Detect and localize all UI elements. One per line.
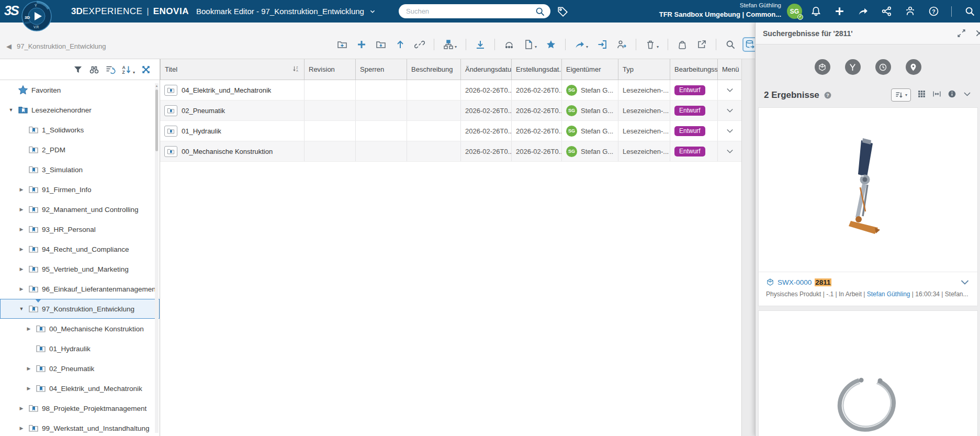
expander-caret-icon[interactable]	[7, 107, 15, 113]
move-up-button[interactable]	[394, 38, 407, 51]
share-network-icon[interactable]	[881, 6, 892, 17]
fit-width-button[interactable]	[932, 90, 941, 100]
table-row[interactable]: 04_Elektrik_und_Mechatronik 2026-02-26T0…	[160, 80, 741, 100]
create-bookmark-button[interactable]	[355, 38, 368, 51]
table-row[interactable]: 01_Hydraulik 2026-02-26T0... 2026-02-26T…	[160, 121, 741, 141]
reassign-owner-button[interactable]	[615, 38, 628, 51]
dropdown-caret-icon[interactable]: ▾	[657, 44, 659, 50]
dropdown-caret-icon[interactable]: ▾	[455, 44, 457, 50]
help-icon[interactable]	[928, 6, 939, 17]
collapse-results-icon[interactable]	[963, 90, 972, 100]
expander-caret-icon[interactable]	[18, 187, 25, 192]
refresh-list-button[interactable]	[105, 64, 116, 75]
tree-item[interactable]: Lesezeichenordner	[0, 100, 160, 120]
result-card[interactable]	[758, 310, 978, 436]
app-title[interactable]: Bookmark Editor - 97_Konstruktion_Entwic…	[196, 7, 364, 16]
filter-location-button[interactable]	[906, 59, 921, 75]
tree-item[interactable]: 98_Projekte_Projektmanagement	[0, 398, 160, 418]
share-icon[interactable]	[857, 6, 869, 17]
sort-az-button[interactable]: ▾	[121, 64, 135, 75]
dropdown-caret-icon[interactable]: ▾	[535, 44, 537, 50]
table-row[interactable]: 00_Mechanische Konstruktion 2026-02-26T0…	[160, 141, 741, 162]
column-header[interactable]: Bearbeitungss..	[670, 59, 717, 80]
search-table-button[interactable]	[724, 38, 737, 51]
tree-scrollbar[interactable]: ▲	[155, 83, 159, 433]
table-row[interactable]: 02_Pneumatik 2026-02-26T0... 2026-02-26T…	[160, 100, 741, 121]
filter-button[interactable]	[73, 64, 83, 75]
tree-item[interactable]: Favoriten	[0, 80, 160, 100]
tree-item[interactable]: 99_Werkstatt_und_Instandhaltung	[0, 418, 160, 436]
column-header[interactable]: Titel	[160, 59, 304, 80]
column-header[interactable]: Typ	[618, 59, 670, 80]
3dexperience-compass-icon[interactable]: 3D V.R Ÿ	[21, 1, 52, 32]
tree-item[interactable]: 04_Elektrik_und_Mechatronik	[0, 378, 160, 398]
sort-desc-icon[interactable]	[292, 65, 300, 74]
app-title-caret-icon[interactable]	[369, 8, 376, 15]
result-id-highlight[interactable]: 2811	[815, 278, 831, 286]
column-header[interactable]: Änderungsdatum	[460, 59, 511, 80]
title-cell[interactable]: 02_Pneumatik	[160, 100, 304, 120]
column-header[interactable]: Menü	[717, 59, 741, 80]
delete-button[interactable]: ▾	[644, 38, 660, 51]
tree-item[interactable]: 01_Hydraulik	[0, 339, 160, 359]
tree-item[interactable]: 3_Simulation	[0, 160, 160, 180]
expander-caret-icon[interactable]	[25, 386, 32, 391]
expander-caret-icon[interactable]	[18, 406, 25, 411]
column-header[interactable]: Eigentümer	[561, 59, 618, 80]
filter-3d-shape-button[interactable]	[815, 59, 830, 75]
tree-item[interactable]: 93_HR_Personal	[0, 219, 160, 239]
expander-caret-icon[interactable]	[18, 207, 25, 212]
dropdown-caret-icon[interactable]: ▾	[586, 44, 588, 50]
export-button[interactable]	[596, 38, 609, 51]
tree-item[interactable]: 91_Firmen_Info	[0, 180, 160, 199]
collapse-all-button[interactable]	[141, 64, 151, 75]
download-button[interactable]	[474, 38, 487, 51]
row-menu-button[interactable]	[717, 80, 741, 100]
notifications-icon[interactable]	[810, 6, 821, 17]
help-icon[interactable]	[824, 91, 832, 99]
global-search-input[interactable]	[406, 7, 535, 15]
filter-classification-button[interactable]	[845, 59, 861, 75]
automation-button[interactable]	[503, 38, 515, 51]
title-cell[interactable]: 00_Mechanische Konstruktion	[160, 141, 304, 161]
breadcrumb-label[interactable]: 97_Konstruktion_Entwicklung	[17, 42, 106, 50]
expander-caret-icon[interactable]	[18, 227, 25, 232]
expander-caret-icon[interactable]	[18, 266, 25, 272]
expand-panel-icon[interactable]	[957, 29, 966, 38]
filter-recent-button[interactable]	[875, 59, 891, 75]
scrollbar-thumb[interactable]	[155, 90, 158, 151]
result-owner-link[interactable]: Stefan Güthling	[867, 290, 910, 298]
bookmark-folder-button[interactable]	[375, 38, 387, 51]
row-menu-button[interactable]	[717, 121, 741, 141]
back-arrow-icon[interactable]: ◀	[6, 42, 12, 50]
user-block[interactable]: Stefan Güthling TFR Sandbox Umgebung | C…	[659, 2, 781, 19]
search-icon[interactable]	[535, 6, 545, 17]
result-thumbnail-prosthetic-leg[interactable]	[759, 108, 977, 272]
close-panel-icon[interactable]	[975, 29, 980, 38]
add-existing-bookmark-button[interactable]	[336, 38, 348, 51]
expander-caret-icon[interactable]	[18, 426, 25, 431]
result-thumbnail-retaining-ring[interactable]	[759, 311, 977, 436]
dropdown-caret-icon[interactable]: ▾	[905, 93, 907, 97]
result-expand-icon[interactable]	[960, 277, 970, 287]
3ds-logo-icon[interactable]: 3S	[4, 3, 18, 18]
expander-caret-icon[interactable]	[18, 247, 25, 252]
column-header[interactable]: Revision	[304, 59, 355, 80]
tag-icon[interactable]	[556, 5, 569, 18]
tree-item[interactable]: 1_Solidworks	[0, 120, 160, 140]
user-avatar[interactable]: SG✓	[787, 4, 802, 19]
tile-view-button[interactable]	[917, 90, 926, 100]
scroll-up-icon[interactable]: ▲	[155, 84, 159, 87]
share-button[interactable]: ▾	[573, 38, 589, 51]
info-toggle-button[interactable]	[948, 90, 956, 100]
grid-view-button[interactable]	[744, 38, 756, 51]
tree-item[interactable]: 00_Mechanische Konstruktion	[0, 319, 160, 339]
column-header[interactable]: Sperren	[355, 59, 407, 80]
tree-item[interactable]: 97_Konstruktion_Entwicklung	[0, 299, 160, 319]
weight-button[interactable]	[676, 38, 689, 51]
result-id-link[interactable]: SWX-0000	[778, 278, 812, 286]
open-in-new-button[interactable]	[695, 38, 708, 51]
tree-item[interactable]: 94_Recht_und_Compliance	[0, 239, 160, 259]
expander-caret-icon[interactable]	[25, 366, 32, 371]
expander-caret-icon[interactable]	[18, 306, 25, 311]
